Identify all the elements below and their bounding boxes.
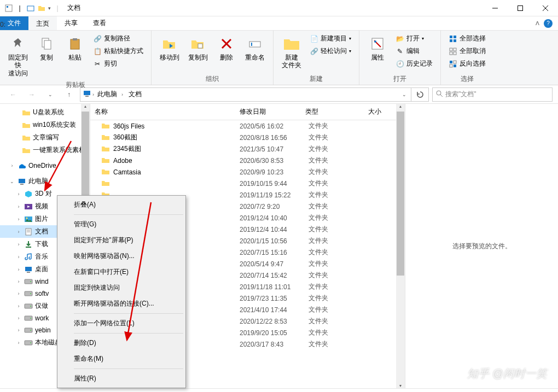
ctx-manage[interactable]: 管理(G) xyxy=(59,217,184,232)
collapse-icon[interactable]: ⌄ xyxy=(9,179,15,184)
delete-button[interactable]: 删除 xyxy=(213,33,240,73)
qat-dropdown-icon[interactable]: ▾ xyxy=(48,5,51,11)
col-name[interactable]: 名称 xyxy=(90,104,235,120)
select-none-button[interactable]: 全部取消 xyxy=(445,45,489,57)
expand-icon[interactable]: › xyxy=(15,267,22,272)
pin-quick-access-button[interactable]: 固定到快 速访问 xyxy=(4,33,32,79)
svg-point-49 xyxy=(30,306,31,307)
ctx-delete[interactable]: 删除(D) xyxy=(59,335,184,351)
ctx-collapse[interactable]: 折叠(A) xyxy=(59,197,184,213)
refresh-button[interactable] xyxy=(411,87,429,102)
expand-icon[interactable]: › xyxy=(15,315,22,321)
tab-view[interactable]: 查看 xyxy=(85,16,114,30)
expand-icon[interactable]: › xyxy=(9,163,15,168)
expand-icon[interactable]: › xyxy=(15,340,22,346)
nav-item[interactable]: 一键重装系统素材 xyxy=(0,144,90,156)
list-item[interactable]: 360截图2020/8/18 16:56文件夹 xyxy=(90,132,405,143)
ctx-open-new[interactable]: 在新窗口中打开(E) xyxy=(59,264,184,280)
nav-item[interactable]: U盘装系统 xyxy=(0,106,90,119)
rename-button[interactable]: 重命名 xyxy=(241,33,269,73)
expand-icon[interactable]: › xyxy=(15,217,22,222)
select-group-label: 选择 xyxy=(445,73,489,85)
properties-button[interactable]: 属性 xyxy=(364,33,391,73)
nav-item[interactable]: 文章编写 xyxy=(0,131,90,144)
recent-dropdown[interactable]: ⌄ xyxy=(43,88,58,101)
new-item-button[interactable]: 📄新建项目▾ xyxy=(306,33,354,44)
invert-selection-button[interactable]: 反向选择 xyxy=(445,58,489,69)
back-button[interactable]: ← xyxy=(5,88,21,101)
col-type[interactable]: 类型 xyxy=(301,104,364,120)
copy-path-button[interactable]: 🔗复制路径 xyxy=(90,33,147,44)
help-icon[interactable]: ? xyxy=(544,19,553,28)
breadcrumb[interactable]: › 此电脑› 文档 ⌄ xyxy=(80,87,411,102)
ctx-map-drive[interactable]: 映射网络驱动器(N)... xyxy=(59,248,184,264)
file-type: 文件夹 xyxy=(309,179,371,188)
list-item[interactable]: 2019/10/15 9:44文件夹 xyxy=(90,178,405,189)
list-item[interactable]: 2345截图2021/3/5 10:47文件夹 xyxy=(90,143,405,155)
maximize-button[interactable] xyxy=(508,0,533,16)
close-button[interactable] xyxy=(533,0,558,16)
tab-home[interactable]: 主页 xyxy=(28,16,57,30)
col-date[interactable]: 修改日期 xyxy=(235,104,301,120)
expand-icon[interactable]: › xyxy=(15,279,22,284)
new-folder-button[interactable]: 新建 文件夹 xyxy=(278,33,305,73)
ctx-disconnect[interactable]: 断开网络驱动器的连接(C)... xyxy=(59,296,184,312)
list-scrollbar[interactable]: ▴ ▾ xyxy=(396,104,405,388)
svg-rect-9 xyxy=(71,39,79,49)
expand-icon[interactable]: › xyxy=(15,254,22,260)
search-input[interactable]: 搜索"文档" xyxy=(432,87,553,102)
doc-icon xyxy=(24,227,33,236)
history-button[interactable]: 🕘历史记录 xyxy=(392,58,436,69)
up-button[interactable]: ↑ xyxy=(61,88,77,101)
tab-share[interactable]: 共享 xyxy=(57,16,85,30)
ribbon-collapse-icon[interactable]: ᐱ xyxy=(536,20,539,26)
col-size[interactable]: 大小 xyxy=(364,104,391,120)
forward-button[interactable]: → xyxy=(24,88,39,101)
paste-button[interactable]: 粘贴 xyxy=(61,33,89,79)
breadcrumb-pc[interactable]: 此电脑› xyxy=(95,90,125,99)
breadcrumb-dropdown-icon[interactable]: ⌄ xyxy=(402,92,409,97)
qat-icon[interactable] xyxy=(26,4,35,13)
list-scroll-thumb[interactable] xyxy=(397,112,404,276)
list-item[interactable]: Camtasia2020/9/9 10:23文件夹 xyxy=(90,166,405,178)
cut-button[interactable]: ✂剪切 xyxy=(90,58,147,69)
file-type: 文件夹 xyxy=(309,202,371,211)
folder-icon xyxy=(101,133,110,142)
open-button[interactable]: 📂打开▾ xyxy=(392,33,436,44)
easyaccess-icon: 🔗 xyxy=(310,47,318,56)
ctx-properties[interactable]: 属性(R) xyxy=(59,371,184,387)
file-type: 文件夹 xyxy=(309,144,371,154)
minimize-button[interactable] xyxy=(483,0,508,16)
nav-item[interactable]: win10系统安装 xyxy=(0,119,90,131)
folder-icon xyxy=(22,108,31,117)
paste-shortcut-button[interactable]: 📋粘贴快捷方式 xyxy=(90,45,147,57)
expand-icon[interactable]: › xyxy=(15,291,22,296)
expand-icon[interactable]: › xyxy=(15,242,22,247)
select-all-button[interactable]: 全部选择 xyxy=(445,33,489,44)
address-bar: ← → ⌄ ↑ › 此电脑› 文档 ⌄ 搜索"文档" xyxy=(0,85,558,104)
newitem-icon: 📄 xyxy=(310,34,318,43)
copyto-icon xyxy=(189,35,207,52)
ctx-pin-start[interactable]: 固定到"开始"屏幕(P) xyxy=(59,232,184,248)
expand-icon[interactable]: › xyxy=(15,327,22,333)
move-to-button[interactable]: 移动到 xyxy=(156,33,183,73)
list-item[interactable]: Adobe2020/6/30 8:53文件夹 xyxy=(90,155,405,166)
breadcrumb-docs[interactable]: 文档 xyxy=(126,90,144,99)
edit-button[interactable]: ✎编辑 xyxy=(392,45,436,57)
app-icon xyxy=(4,4,13,13)
ctx-rename[interactable]: 重命名(M) xyxy=(59,351,184,367)
expand-icon[interactable]: › xyxy=(15,303,22,309)
nav-onedrive[interactable]: › OneDrive xyxy=(0,160,90,172)
preview-pane: 选择要预览的文件。 xyxy=(405,104,558,388)
ctx-pin-quick[interactable]: 固定到快速访问 xyxy=(59,280,184,296)
ctx-add-location[interactable]: 添加一个网络位置(L) xyxy=(59,315,184,331)
edit-icon: ✎ xyxy=(396,47,404,56)
expand-icon[interactable]: › xyxy=(15,229,22,235)
easy-access-button[interactable]: 🔗轻松访问▾ xyxy=(306,45,354,57)
list-item[interactable]: 360js Files2020/5/6 16:02文件夹 xyxy=(90,120,405,132)
nav-thispc[interactable]: ⌄ 此电脑 xyxy=(0,175,90,188)
expand-icon[interactable]: › xyxy=(15,204,22,209)
expand-icon[interactable]: › xyxy=(15,191,22,197)
copy-button[interactable]: 复制 xyxy=(33,33,60,79)
copy-to-button[interactable]: 复制到 xyxy=(184,33,212,73)
